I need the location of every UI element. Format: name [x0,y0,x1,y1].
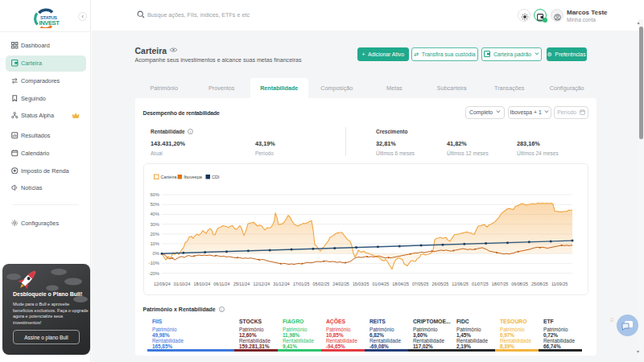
svg-text:40%: 40% [150,212,159,216]
svg-text:-10%: -10% [148,261,159,265]
svg-text:18/10/24: 18/10/24 [193,282,210,286]
svg-text:07/05/25: 07/05/25 [412,282,429,286]
svg-text:12/12/24: 12/12/24 [253,282,270,286]
svg-text:60%: 60% [150,192,159,197]
svg-text:25/08/25: 25/08/25 [531,282,548,286]
svg-text:-20%: -20% [148,271,159,276]
svg-text:15/03/25: 15/03/25 [353,282,369,286]
svg-text:0%: 0% [153,251,159,256]
svg-text:Ibovespa: Ibovespa [184,175,203,179]
svg-text:05/02/25: 05/02/25 [312,282,329,286]
svg-text:10%: 10% [150,241,159,246]
svg-text:17/01/25: 17/01/25 [293,282,310,286]
svg-text:31/12/24: 31/12/24 [273,282,290,286]
svg-text:Carteira: Carteira [161,175,178,179]
svg-text:18/04/25: 18/04/25 [392,282,409,286]
svg-text:06/08/25: 06/08/25 [511,282,528,286]
svg-text:18/07/25: 18/07/25 [492,282,509,286]
svg-text:01/04/25: 01/04/25 [373,282,390,286]
svg-text:06/11/24: 06/11/24 [213,282,229,286]
svg-text:25/11/24: 25/11/24 [233,282,250,286]
svg-text:30%: 30% [150,222,159,227]
svg-text:24/02/25: 24/02/25 [332,282,349,286]
svg-text:50%: 50% [150,202,159,207]
svg-text:20%: 20% [150,232,159,237]
svg-text:12/09/24: 12/09/24 [154,282,171,286]
svg-text:01/10/24: 01/10/24 [174,282,191,286]
svg-text:01/07/25: 01/07/25 [472,282,489,286]
svg-text:26/05/25: 26/05/25 [432,282,449,286]
svg-text:CDI: CDI [212,175,220,179]
svg-text:INVEST: INVEST [39,19,60,27]
svg-text:12/06/25: 12/06/25 [452,282,469,286]
svg-text:11/09/25: 11/09/25 [551,282,568,286]
